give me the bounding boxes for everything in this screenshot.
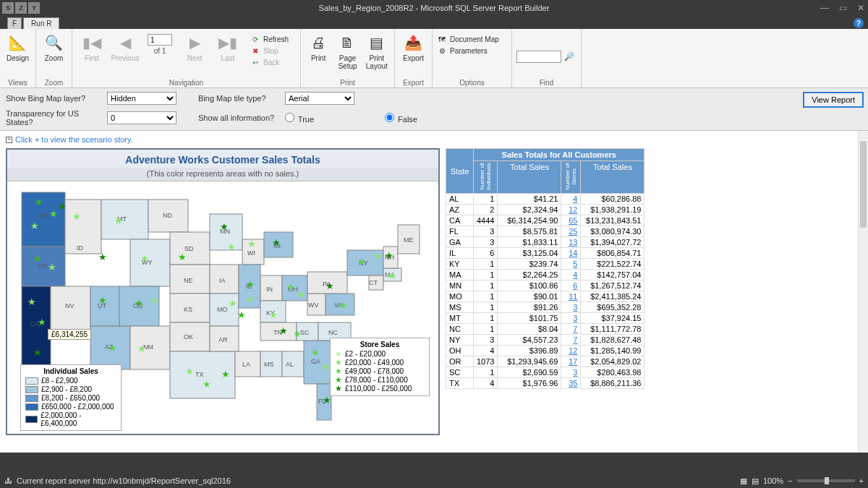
first-button[interactable]: ▮◀ First xyxy=(77,31,107,62)
table-row[interactable]: MN1$100.866$1,267,512.74 xyxy=(446,281,644,291)
page-input[interactable] xyxy=(148,34,172,46)
expand-scenario[interactable]: + Click + to view the scenario story. xyxy=(6,135,862,144)
refresh-button[interactable]: ⟳Refresh xyxy=(250,34,289,44)
svg-text:CO: CO xyxy=(133,302,143,309)
statusbar: 🖧 Current report server http://w10nbmjd/… xyxy=(0,474,868,488)
tile-type-select[interactable]: Aerial xyxy=(285,92,354,105)
table-row[interactable]: MT1$101.753$37,924.15 xyxy=(446,313,644,324)
stop-button[interactable]: ✖Stop xyxy=(250,46,289,56)
table-row[interactable]: MO1$90.0111$2,411,385.24 xyxy=(446,291,644,302)
titlebar: S Z Y Sales_by_Region_2008R2 - Microsoft… xyxy=(0,0,868,16)
maximize-icon[interactable]: ▭ xyxy=(839,3,847,13)
first-page-icon: ▮◀ xyxy=(80,31,103,54)
docmap-icon: 🗺 xyxy=(437,34,447,44)
svg-text:SD: SD xyxy=(184,245,194,252)
table-row[interactable]: GA3$1,833.1113$1,394,027.72 xyxy=(446,237,644,248)
view-report-button[interactable]: View Report xyxy=(803,92,864,108)
zoom-button[interactable]: 🔍 Zoom xyxy=(41,31,67,62)
col-total-sales-2[interactable]: Total Sales xyxy=(581,161,644,194)
plus-icon: + xyxy=(6,137,12,143)
svg-text:VA: VA xyxy=(334,301,342,309)
close-icon[interactable]: ✕ xyxy=(857,3,864,13)
docmap-button[interactable]: 🗺Document Map xyxy=(437,34,499,44)
table-row[interactable]: NC1$8.047$1,111,772.78 xyxy=(446,324,644,335)
page-nav: of 1 xyxy=(143,31,176,55)
svg-text:ID: ID xyxy=(77,244,84,252)
tab-file[interactable]: F xyxy=(7,17,22,29)
sales-table: State Sales Totals for All Customers Num… xyxy=(446,148,644,389)
server-status: Current report server http://w10nbmjd/Re… xyxy=(17,476,231,485)
radio-false[interactable]: False xyxy=(385,113,479,124)
table-row[interactable]: FL3$8,575.8125$3,080,974.30 xyxy=(446,226,644,237)
ribbon: 📐 Design Views 🔍 Zoom Zoom ▮◀ First ◀ Pr… xyxy=(0,29,868,88)
find-icon[interactable]: 🔎 xyxy=(564,52,574,61)
view-mode-icon2[interactable]: ▤ xyxy=(752,476,759,486)
parameters-button[interactable]: ⚙Parameters xyxy=(437,46,499,56)
col-state[interactable]: State xyxy=(446,149,474,194)
svg-rect-0 xyxy=(22,192,65,247)
last-button[interactable]: ▶▮ Last xyxy=(213,31,243,62)
back-button[interactable]: ↩Back xyxy=(250,57,289,67)
svg-text:OK: OK xyxy=(184,333,193,341)
export-button[interactable]: 📤Export xyxy=(399,31,427,62)
svg-text:GA: GA xyxy=(311,358,320,365)
table-row[interactable]: SC1$2,690.593$280,463.98 xyxy=(446,367,644,378)
scrollbar-vertical[interactable] xyxy=(858,131,868,453)
svg-text:OR: OR xyxy=(38,262,48,270)
table-row[interactable]: OH4$396.8912$1,285,140.99 xyxy=(446,346,644,356)
refresh-icon: ⟳ xyxy=(250,34,260,44)
table-row[interactable]: NY3$4,557.237$1,828,627.48 xyxy=(446,335,644,346)
next-button[interactable]: ▶ Next xyxy=(179,31,210,62)
svg-text:IA: IA xyxy=(219,277,226,284)
show-layer-label: Show Bing Map layer? xyxy=(6,94,100,103)
page-setup-button[interactable]: 🗎Page Setup xyxy=(334,31,360,70)
transparency-select[interactable]: 0 xyxy=(107,111,176,124)
previous-button[interactable]: ◀ Previous xyxy=(110,31,140,62)
svg-text:OH: OH xyxy=(288,286,298,293)
table-row[interactable]: OR1073$1,293,945.6917$2,054,829.02 xyxy=(446,356,644,367)
radio-true[interactable]: True xyxy=(285,113,379,124)
design-button[interactable]: 📐 Design xyxy=(4,31,31,62)
parameters-panel: Show Bing Map layer? Hidden Bing Map til… xyxy=(0,88,868,131)
table-row[interactable]: KY1$239.745$221,522.74 xyxy=(446,259,644,270)
minimize-icon[interactable]: — xyxy=(820,3,829,13)
svg-text:KY: KY xyxy=(266,309,275,317)
table-row[interactable]: AL1$41.214$60,286.88 xyxy=(446,194,644,205)
col-num-ind[interactable]: Number of Individuals xyxy=(474,161,498,194)
svg-text:AZ: AZ xyxy=(105,343,114,351)
svg-text:TN: TN xyxy=(273,329,282,336)
table-row[interactable]: MS1$91.263$695,352.28 xyxy=(446,302,644,313)
zoom-slider[interactable] xyxy=(797,479,855,482)
map-area[interactable]: WA OR CA ID NV UT AZ MT WY CO NM ND SD N… xyxy=(7,181,438,434)
svg-text:WI: WI xyxy=(247,249,255,257)
svg-text:MN: MN xyxy=(220,228,230,235)
find-input[interactable] xyxy=(516,51,561,63)
page-setup-icon: 🗎 xyxy=(336,31,359,54)
table-row[interactable]: MA1$2,264.254$142,757.04 xyxy=(446,270,644,281)
print-button[interactable]: 🖨Print xyxy=(305,31,331,62)
col-num-stores[interactable]: Number of Stores xyxy=(561,161,581,194)
svg-text:MS: MS xyxy=(264,361,274,368)
zoom-out-icon[interactable]: − xyxy=(788,476,792,485)
ruler-pencil-icon: 📐 xyxy=(7,31,30,54)
transparency-label: Transparency for US States? xyxy=(6,109,100,127)
show-layer-select[interactable]: Hidden xyxy=(107,92,176,105)
server-status-icon: 🖧 xyxy=(4,476,12,485)
export-icon: 📤 xyxy=(402,31,425,54)
view-mode-icon[interactable]: ▦ xyxy=(740,476,747,486)
table-row[interactable]: CA4444$6,314,254.9065$13,231,843.51 xyxy=(446,215,644,226)
col-total-sales-1[interactable]: Total Sales xyxy=(498,161,561,194)
svg-text:CA: CA xyxy=(30,320,40,328)
map-tooltip: £6,314,255 xyxy=(48,329,91,340)
table-row[interactable]: TX4$1,976.9635$8,886,211.36 xyxy=(446,378,644,389)
help-icon[interactable]: ? xyxy=(854,18,864,28)
zoom-in-icon[interactable]: + xyxy=(859,476,864,485)
tab-run[interactable]: Run R xyxy=(23,17,59,29)
svg-text:ND: ND xyxy=(163,212,172,219)
svg-text:FL: FL xyxy=(318,398,326,405)
print-layout-button[interactable]: ▤Print Layout xyxy=(364,31,390,70)
sys-icon: S xyxy=(2,2,14,14)
table-row[interactable]: IL6$3,125.0414$806,854.71 xyxy=(446,248,644,259)
table-row[interactable]: AZ2$2,324.9412$1,938,291.19 xyxy=(446,205,644,215)
svg-text:CT: CT xyxy=(369,279,378,286)
